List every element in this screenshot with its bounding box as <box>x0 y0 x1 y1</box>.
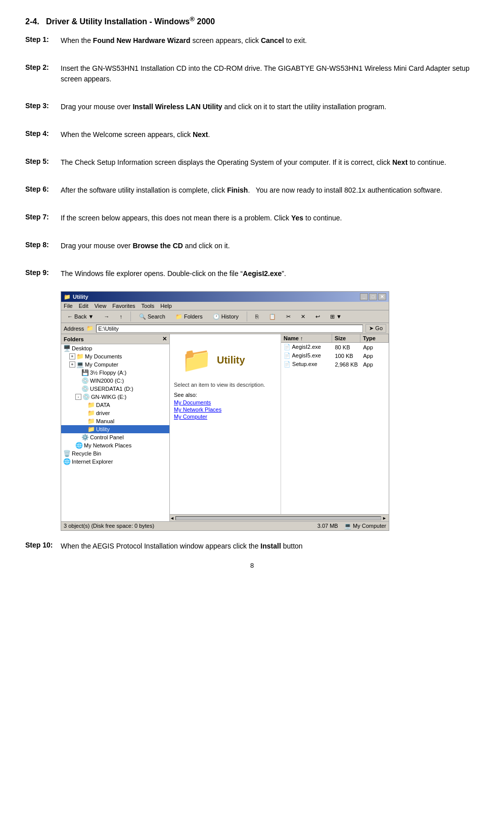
folder-tree-panel: Folders ✕ 🖥️ Desktop + 📁 My Documents + … <box>61 334 170 521</box>
tree-item-desktop[interactable]: 🖥️ Desktop <box>61 344 169 352</box>
titlebar-buttons[interactable]: _ □ ✕ <box>360 293 386 300</box>
minimize-button[interactable]: _ <box>360 293 368 300</box>
step-4-label: Step 4: <box>25 129 61 140</box>
desktop-icon: 🖥️ <box>63 345 71 352</box>
file-type-aegis2: App <box>360 344 389 351</box>
content-area: 📁 Utility Select an item to view its des… <box>170 334 389 514</box>
page-title: 2-4. Driver & Utility Installation - Win… <box>25 15 479 26</box>
tree-item-controlpanel[interactable]: ⚙️ Control Panel <box>61 433 169 441</box>
scroll-track[interactable] <box>175 516 381 520</box>
toolbar-separator-2 <box>247 311 247 322</box>
folders-close-icon[interactable]: ✕ <box>162 336 167 342</box>
col-name[interactable]: Name ↑ <box>281 334 332 342</box>
step-9-content: The Windows file explorer opens. Double-… <box>61 268 479 279</box>
maximize-button[interactable]: □ <box>369 293 377 300</box>
section-number: 2-4. <box>25 17 39 26</box>
tree-label-utility: Utility <box>96 426 110 432</box>
col-type[interactable]: Type <box>360 334 389 342</box>
col-size[interactable]: Size <box>332 334 360 342</box>
menu-file[interactable]: File <box>64 303 73 309</box>
page-number: 8 <box>25 562 479 569</box>
tree-label-mynetwork: My Network Places <box>84 442 131 448</box>
file-row-aegis2[interactable]: 📄 AegisI2.exe 80 KB App <box>281 343 389 351</box>
tree-item-data[interactable]: 📁 DATA <box>61 401 169 409</box>
forward-button[interactable]: → <box>100 312 113 321</box>
views-button[interactable]: ⊞ ▼ <box>327 312 345 321</box>
mycomputer-icon: 💻 <box>76 361 84 368</box>
recycle-icon: 🗑️ <box>63 450 71 457</box>
statusbar: 3 object(s) (Disk free space: 0 bytes) 3… <box>61 521 389 530</box>
mynetwork-icon: 🌐 <box>75 442 83 449</box>
tree-item-floppy[interactable]: 💾 3½ Floppy (A:) <box>61 369 169 377</box>
back-button[interactable]: ← Back ▼ <box>64 312 97 321</box>
address-input[interactable] <box>96 325 363 333</box>
statusbar-right: 3.07 MB 💻 My Computer <box>317 523 386 529</box>
folders-button[interactable]: 📁 Folders <box>172 312 206 321</box>
step-5-content: The Check Setup Information screen displ… <box>61 157 479 168</box>
tree-item-driver[interactable]: 📁 driver <box>61 409 169 417</box>
scroll-arrow-right[interactable]: ► <box>382 516 387 521</box>
info-link-mydocs[interactable]: My Documents <box>174 399 277 405</box>
info-pane: 📁 Utility Select an item to view its des… <box>170 334 281 514</box>
tree-label-recycle: Recycle Bin <box>72 450 101 457</box>
tree-label-userdata: USERDATA1 (D:) <box>90 386 133 392</box>
file-size-aegis2: 80 KB <box>333 344 361 351</box>
statusbar-left: 3 object(s) (Disk free space: 0 bytes) <box>64 523 154 529</box>
menu-help[interactable]: Help <box>160 303 172 309</box>
tree-item-mydocs[interactable]: + 📁 My Documents <box>61 352 169 360</box>
menu-view[interactable]: View <box>95 303 107 309</box>
delete-button[interactable]: ✕ <box>297 312 309 321</box>
tree-label-mydocs: My Documents <box>85 353 122 359</box>
cut-button[interactable]: ✂ <box>283 312 294 321</box>
file-size-setup: 2,968 KB <box>333 361 361 368</box>
step-2-content: Insert the GN-WS53HN1 Installation CD in… <box>61 63 479 84</box>
manual-icon: 📁 <box>87 418 95 425</box>
menu-tools[interactable]: Tools <box>142 303 155 309</box>
paste-button[interactable]: 📋 <box>265 312 280 321</box>
userdata-icon: 💿 <box>81 385 89 392</box>
tree-item-recycle[interactable]: 🗑️ Recycle Bin <box>61 449 169 458</box>
undo-button[interactable]: ↩ <box>312 312 324 321</box>
step-6-content: After the software utility installation … <box>61 185 479 196</box>
step-3-content: Drag your mouse over Install Wireless LA… <box>61 102 479 112</box>
tree-item-manual[interactable]: 📁 Manual <box>61 417 169 425</box>
go-button[interactable]: ➤ Go <box>365 324 386 333</box>
tree-item-userdata[interactable]: 💿 USERDATA1 (D:) <box>61 385 169 393</box>
file-row-aegis5[interactable]: 📄 AegisI5.exe 100 KB App <box>281 351 389 360</box>
menu-edit[interactable]: Edit <box>79 303 88 309</box>
copy-button[interactable]: ⎘ <box>252 312 262 321</box>
titlebar-icon: 📁 <box>64 294 71 300</box>
step-2: Step 2: Insert the GN-WS53HN1 Installati… <box>25 63 479 84</box>
horizontal-scrollbar[interactable]: ◄ ► <box>170 514 389 521</box>
step-10-content: When the AEGIS Protocol Installation win… <box>61 541 479 552</box>
expand-mydocs[interactable]: + <box>69 353 75 359</box>
tree-item-utility[interactable]: 📁 Utility <box>61 425 169 433</box>
file-name-aegis5: 📄 AegisI5.exe <box>281 352 333 359</box>
info-link-mycomputer[interactable]: My Computer <box>174 414 277 420</box>
tree-item-win2000[interactable]: 💿 WIN2000 (C:) <box>61 377 169 385</box>
file-row-setup[interactable]: 📄 Setup.exe 2,968 KB App <box>281 360 389 369</box>
scroll-arrow-left[interactable]: ◄ <box>170 516 174 521</box>
tree-label-ie: Internet Explorer <box>72 459 113 465</box>
search-button[interactable]: 🔍 Search <box>135 312 169 321</box>
tree-item-mynetwork[interactable]: 🌐 My Network Places <box>61 441 169 449</box>
floppy-icon: 💾 <box>81 369 89 376</box>
step-6-label: Step 6: <box>25 185 61 196</box>
step-4-content: When the Welcome screen appears, click N… <box>61 129 479 140</box>
titlebar: 📁 Utility _ □ ✕ <box>61 292 389 302</box>
tree-item-ie[interactable]: 🌐 Internet Explorer <box>61 458 169 466</box>
history-button[interactable]: 🕐 History <box>209 312 242 321</box>
step-5-label: Step 5: <box>25 157 61 168</box>
tree-item-mycomputer[interactable]: + 💻 My Computer <box>61 360 169 369</box>
tree-item-gn-wikg[interactable]: - 💿 GN-WIKG (E:) <box>61 393 169 401</box>
expand-gn-wikg[interactable]: - <box>75 394 81 400</box>
close-button[interactable]: ✕ <box>378 293 386 300</box>
controlpanel-icon: ⚙️ <box>81 434 89 441</box>
up-button[interactable]: ↑ <box>116 312 126 321</box>
info-link-mynetwork[interactable]: My Network Places <box>174 406 277 413</box>
aegis5-icon: 📄 <box>284 352 291 358</box>
step-7: Step 7: If the screen below appears, thi… <box>25 213 479 223</box>
expand-mycomputer[interactable]: + <box>69 361 75 368</box>
folders-label: Folders <box>64 336 84 342</box>
menu-favorites[interactable]: Favorites <box>112 303 135 309</box>
